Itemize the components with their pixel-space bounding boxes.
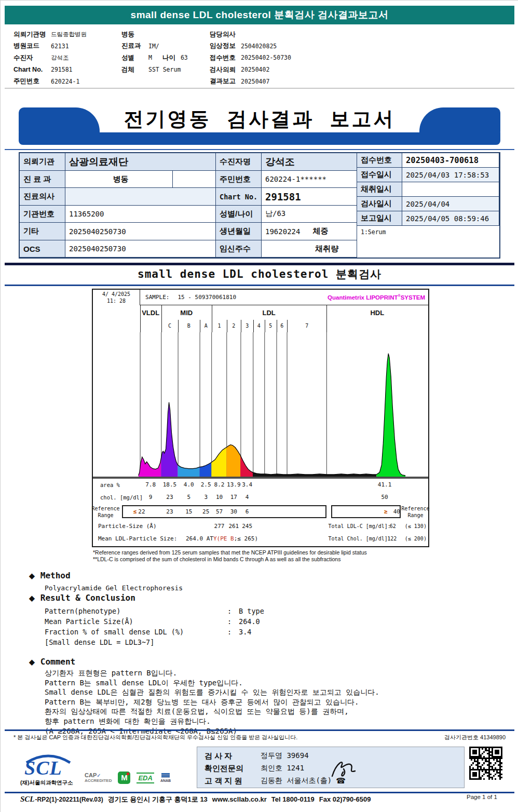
patient-header-col3: 담당의사임상정보2504020825접수번호20250402-50730검사의뢰… [210, 29, 365, 87]
patient-header-row: 접수번호20250402-50730 [210, 52, 365, 64]
reference-value: 23 [166, 504, 173, 520]
field-label: 병동 [121, 30, 148, 39]
info-label: 접수일시 [357, 168, 402, 182]
document-code: -RP2(1)-202211(Rev.03) [35, 796, 103, 803]
patient-header-col2: 병동진료과IM/성별M나이63검체SST Serum [121, 29, 209, 75]
area-percent-value: 2.5 [201, 479, 211, 491]
method-heading-text: Method [40, 571, 71, 580]
patient-header-row: 병원코드62131 [13, 40, 120, 52]
field-label: 검체 [121, 65, 148, 74]
info-value: 강석조 [262, 153, 357, 171]
chart-time: 11: 28 [93, 297, 140, 304]
field-label: 검사의뢰 [210, 65, 241, 74]
banner-divider [5, 149, 514, 150]
section-title: small dense LDL cholesterol 분획검사 [1, 267, 518, 281]
band-boundary-line [326, 305, 327, 332]
band-boundary-line [212, 305, 212, 332]
examiner-value: 정두영 39694 [261, 751, 309, 761]
footer-rule-bottom [5, 792, 514, 793]
sample-id: 15 - 509370061810 [178, 294, 236, 301]
band-boundary-line [140, 305, 141, 332]
chol-value: 17 [230, 491, 237, 504]
info-label: 성별/나이 [216, 206, 262, 223]
reference-label-right: Reference Range [401, 505, 429, 519]
subband-label: B [187, 320, 190, 332]
comment-heading-text: Comment [40, 657, 75, 667]
chart-sample-strip: SAMPLE: 15 - 509370061810 Quantimetrix L… [140, 290, 428, 305]
result-colon: : [227, 607, 239, 615]
banner-bottom-bar [19, 132, 500, 145]
scl-logo-text: SCL [24, 756, 62, 779]
reference-label-line1: Reference [401, 506, 429, 511]
info-value: 채취량 [262, 240, 357, 258]
field-label: 성별 [121, 53, 148, 62]
field-value: M [148, 54, 152, 61]
comment-line: Small dense LDL은 심혈관 질환의 위험도를 증가시킬 수 있는 … [45, 687, 379, 697]
scl-logo: SCL (재)서울의과학연구소 [20, 753, 88, 787]
reference-value: 57 [216, 504, 223, 520]
field-value: SST Serum [148, 66, 181, 73]
patient-header-row: 주민번호620224-1 [13, 75, 120, 87]
report-title-bar: small dense LDL cholesterol 분획검사 검사결과보고서 [5, 6, 514, 24]
reference-label-left: Reference Range [91, 505, 119, 519]
patient-header-row: 성별M나이63 [121, 52, 209, 64]
kslm-logo: M [118, 772, 130, 784]
method-body: Polyacrylamide Gel Electrophoresis [45, 584, 183, 592]
info-value: 20250403-700618 [402, 153, 499, 168]
chart-footnote: *Reference ranges derived from 125 serum… [93, 549, 367, 556]
comment-line: Pattern B는 small dense LDL이 우세한 type입니다. [45, 678, 379, 688]
info-value: 2025040250730 [65, 240, 216, 258]
info-value [65, 188, 216, 206]
reference-label-line2: Range [407, 512, 423, 518]
info-label: 접수번호 [357, 153, 402, 168]
patient-header-row: 검사의뢰20250402 [210, 64, 365, 76]
info-value: 남/63 [262, 206, 357, 223]
result-colon: : [227, 628, 239, 636]
reference-value: 30 [230, 504, 237, 520]
examiner-label: 검 사 자 [205, 751, 261, 761]
band-label-hdl: HDL [370, 305, 384, 320]
footer-scl-mark: SCL [20, 795, 35, 804]
comment-line: 환자의 임상상태에 따른 적절한 치료(운동요법, 식이요법 또는 약물요법 등… [45, 707, 379, 716]
qr-code [469, 747, 502, 780]
area-percent-value: 13.9 [227, 479, 241, 491]
reference-label-line1: Reference [91, 506, 119, 511]
result-value: 264.0 [239, 617, 260, 626]
field-label: 진료과 [121, 42, 148, 50]
report-title: small dense LDL cholesterol 분획검사 검사결과보고서 [131, 9, 389, 20]
mean-size-label: Mean LDL-Particle Size: [98, 535, 177, 542]
chart-band-header: VLDLMIDLDLHDLCBA1234567 [93, 305, 428, 332]
result-row: [Small dense LDL = LDL3~7] [45, 637, 264, 647]
patient-header-row: 진료과IM/ [121, 40, 209, 52]
section-rule-bottom [5, 285, 514, 286]
result-row: Pattern(phenotype):B type [45, 606, 264, 616]
header-divider [5, 88, 514, 89]
patient-header-col1: 의뢰기관명드림종합병원병원코드62131수진자강석조Chart No.29158… [13, 29, 120, 87]
particle-size-value: 261 [228, 520, 239, 533]
cap-logo-subtext: ACCREDITED [85, 778, 112, 783]
certification-text: * 본 검사실은 CAP 인증과 대한진단검사의학회/진단검사의학재단의 우수검… [13, 734, 297, 741]
total-chol-value: 122 [387, 533, 397, 545]
patient-header-row: 병동 [121, 29, 209, 40]
band-label-mid: MID [180, 305, 193, 320]
info-label: 주민번호 [216, 171, 262, 188]
info-value [402, 182, 499, 197]
info-label: 기관번호 [20, 206, 65, 223]
info-value: 620224-1****** [262, 171, 357, 188]
reference-value: 6 [246, 504, 249, 520]
cap-logo-text: CAP [85, 772, 97, 778]
comment-line: Pattern B는 복부비만, 제2형 당뇨병 또는 대사 증후군 등에서 많… [45, 697, 379, 707]
info-value: 2025/04/04 [402, 197, 499, 211]
reference-range-row: Reference Range Reference Range ≤2223152… [93, 504, 428, 520]
anab-logo-text: ANAB [160, 779, 171, 782]
reference-value: 15 [185, 504, 192, 520]
subband-boundary-line [178, 320, 179, 332]
order-info-table: 의뢰기관 삼광의료재단 진 료 과 병동 진료의사 기관번호 11365200 … [19, 152, 500, 259]
certification-line: * 본 검사실은 CAP 인증과 대한진단검사의학회/진단검사의학재단의 우수검… [13, 734, 506, 741]
result-label: Pattern(phenotype) [45, 607, 227, 615]
reference-value-hdl: 40 [393, 504, 400, 520]
chol-value: 4 [246, 491, 249, 504]
chart-date: 4/ 4/2025 [93, 291, 140, 297]
chol-value: 9 [149, 491, 153, 504]
result-label: Fraction % of small dense LDL (%) [45, 628, 227, 636]
